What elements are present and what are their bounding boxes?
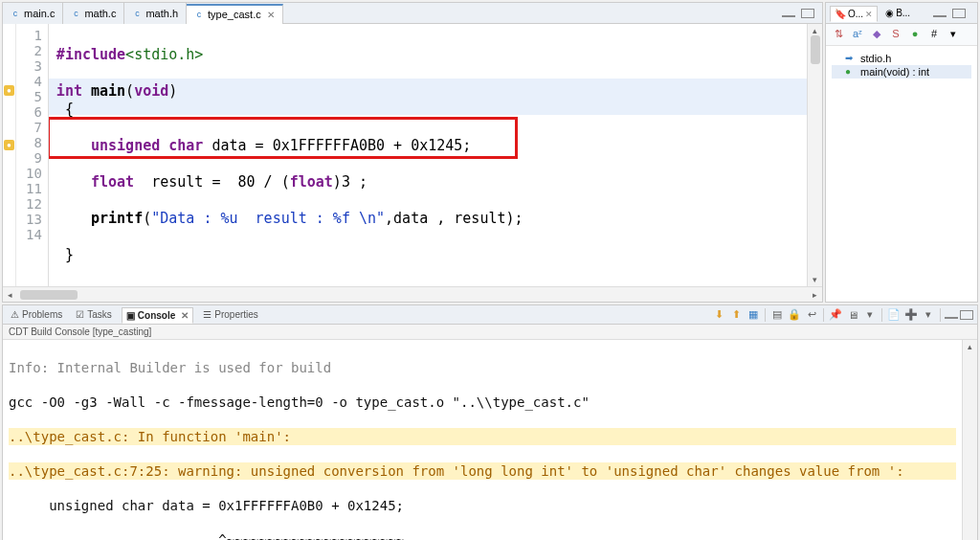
line-number: 10: [26, 166, 42, 181]
maximize-icon[interactable]: [801, 9, 814, 18]
outline-pane: 🔖 O... ✕ ◉ B... ⇅ aᶻ ◆ S ● # ▾ ➡: [825, 2, 978, 303]
tab-label: O...: [848, 9, 863, 19]
outline-item-main[interactable]: ● main(void) : int: [832, 65, 971, 79]
line-number: 11: [26, 181, 42, 196]
az-sort-icon[interactable]: aᶻ: [851, 28, 864, 41]
hide-fields-icon[interactable]: ◆: [870, 28, 883, 41]
c-file-icon: c: [71, 9, 80, 18]
outline-toolbar: ⇅ aᶻ ◆ S ● # ▾: [826, 24, 977, 46]
tab-problems[interactable]: ⚠Problems: [7, 307, 66, 322]
tab-math-c[interactable]: c math.c: [63, 3, 124, 24]
maximize-icon[interactable]: [960, 310, 973, 320]
chevron-down-icon[interactable]: ▾: [921, 307, 936, 323]
tab-label: Problems: [22, 309, 62, 320]
vertical-scrollbar[interactable]: ▴ ▾: [807, 24, 822, 286]
editor-body: ● ● 1 2 3 4 5 6 7 8 9 10 11 12 13 14: [3, 24, 822, 286]
hide-static-icon[interactable]: S: [889, 28, 902, 41]
filter-icon[interactable]: #: [927, 28, 941, 41]
function-icon: ●: [845, 66, 857, 78]
code-line: [56, 191, 799, 210]
outline-icon: 🔖: [835, 9, 846, 19]
code-line: unsigned char data = 0x1FFFFFFA0B0 + 0x1…: [56, 137, 799, 155]
tab-tasks[interactable]: ☑Tasks: [72, 307, 116, 322]
tab-console[interactable]: ▣Console✕: [122, 307, 193, 324]
tab-main-c[interactable]: c main.c: [3, 3, 63, 24]
scroll-up-icon[interactable]: ▴: [966, 342, 974, 351]
c-file-icon: c: [11, 9, 20, 18]
outline-tree: ➡ stdio.h ● main(void) : int: [826, 46, 977, 84]
tab-math-h[interactable]: c math.h: [124, 3, 187, 24]
tab-type-cast-c[interactable]: c type_cast.c ✕: [187, 4, 283, 25]
close-icon[interactable]: ✕: [181, 310, 189, 321]
console-line: unsigned char data = 0x1FFFFFFA0B0 + 0x1…: [9, 497, 956, 514]
wrap-icon[interactable]: ↩: [804, 307, 819, 323]
open-console-icon[interactable]: 📄: [886, 307, 902, 323]
tab-label: B...: [896, 8, 910, 18]
scroll-up-icon[interactable]: ▴: [811, 26, 819, 35]
sort-icon[interactable]: ⇅: [832, 28, 845, 41]
clear-console-icon[interactable]: ▤: [769, 307, 785, 323]
outline-tabs: 🔖 O... ✕ ◉ B...: [826, 3, 977, 24]
code-line: printf("Data : %u result : %f \n",data ,…: [56, 210, 799, 228]
scroll-right-icon[interactable]: ▸: [811, 290, 819, 300]
code-line: [56, 228, 799, 246]
vertical-scrollbar[interactable]: ▴ ▾: [962, 340, 977, 540]
minimize-icon[interactable]: [945, 314, 958, 319]
maximize-icon[interactable]: [952, 9, 966, 18]
console-line: ^~~~~~~~~~~~~~~~~~~~~~~: [9, 531, 956, 540]
code-line: [56, 155, 799, 173]
console-subtitle: CDT Build Console [type_casting]: [3, 325, 977, 340]
outline-item-include[interactable]: ➡ stdio.h: [832, 52, 971, 65]
line-number: 6: [26, 104, 42, 120]
show-errors-icon[interactable]: ▦: [746, 307, 761, 323]
line-number: 3: [26, 58, 42, 74]
warning-marker[interactable]: ●: [4, 85, 14, 96]
c-file-icon: c: [194, 10, 204, 19]
tab-label: Tasks: [87, 309, 112, 320]
tab-build-targets[interactable]: ◉ B...: [881, 6, 914, 20]
line-number-gutter: 1 2 3 4 5 6 7 8 9 10 11 12 13 14: [16, 24, 49, 286]
minimize-icon[interactable]: [933, 12, 947, 17]
code-line: }: [56, 246, 799, 264]
tab-label: math.c: [84, 8, 116, 19]
code-line: int main(void): [56, 82, 799, 101]
scrollbar-thumb[interactable]: [20, 290, 78, 300]
tab-outline[interactable]: 🔖 O... ✕: [830, 6, 878, 22]
prev-error-icon[interactable]: ⬇: [711, 307, 726, 323]
close-icon[interactable]: ✕: [267, 10, 275, 20]
line-number: 14: [26, 227, 42, 242]
close-icon[interactable]: ✕: [865, 10, 873, 19]
line-number: 7: [26, 120, 42, 135]
problems-icon: ⚠: [11, 309, 19, 320]
properties-icon: ☰: [203, 309, 212, 320]
marker-column: ● ●: [3, 24, 16, 286]
console-line: gcc -O0 -g3 -Wall -c -fmessage-length=0 …: [9, 394, 956, 411]
horizontal-scrollbar[interactable]: ◂ ▸: [3, 286, 822, 302]
tab-properties[interactable]: ☰Properties: [199, 307, 262, 322]
hide-nonpublic-icon[interactable]: ●: [908, 28, 922, 41]
tab-label: type_cast.c: [208, 9, 261, 20]
outline-label: stdio.h: [860, 53, 891, 64]
bottom-pane: ⚠Problems ☑Tasks ▣Console✕ ☰Properties ⬇…: [2, 304, 978, 540]
scroll-lock-icon[interactable]: 🔒: [787, 307, 802, 323]
menu-icon[interactable]: ▾: [947, 28, 960, 41]
tab-label: Properties: [214, 309, 258, 320]
scrollbar-thumb[interactable]: [811, 35, 820, 64]
minimize-icon[interactable]: [782, 12, 795, 17]
outline-label: main(void) : int: [860, 66, 929, 78]
scroll-left-icon[interactable]: ◂: [6, 290, 14, 300]
code-area[interactable]: #include<stdio.h> int main(void) { unsig…: [49, 24, 807, 286]
new-console-icon[interactable]: ➕: [903, 307, 919, 323]
display-selected-icon[interactable]: 🖥: [845, 307, 860, 323]
console-toolbar: ⬇ ⬆ ▦ ▤ 🔒 ↩ 📌 🖥 ▾ 📄 ➕ ▾: [711, 307, 973, 323]
console-output[interactable]: Info: Internal Builder is used for build…: [3, 340, 962, 540]
code-line: #include<stdio.h>: [56, 46, 799, 64]
h-file-icon: c: [132, 9, 142, 18]
editor-tabs: c main.c c math.c c math.h c type_cast.c…: [3, 3, 822, 24]
scroll-down-icon[interactable]: ▾: [811, 275, 819, 284]
pin-console-icon[interactable]: 📌: [828, 307, 843, 323]
next-error-icon[interactable]: ⬆: [728, 307, 744, 323]
code-line: float result = 80 / (float)3 ;: [56, 173, 799, 191]
chevron-down-icon[interactable]: ▾: [862, 307, 878, 323]
warning-marker[interactable]: ●: [4, 140, 14, 150]
